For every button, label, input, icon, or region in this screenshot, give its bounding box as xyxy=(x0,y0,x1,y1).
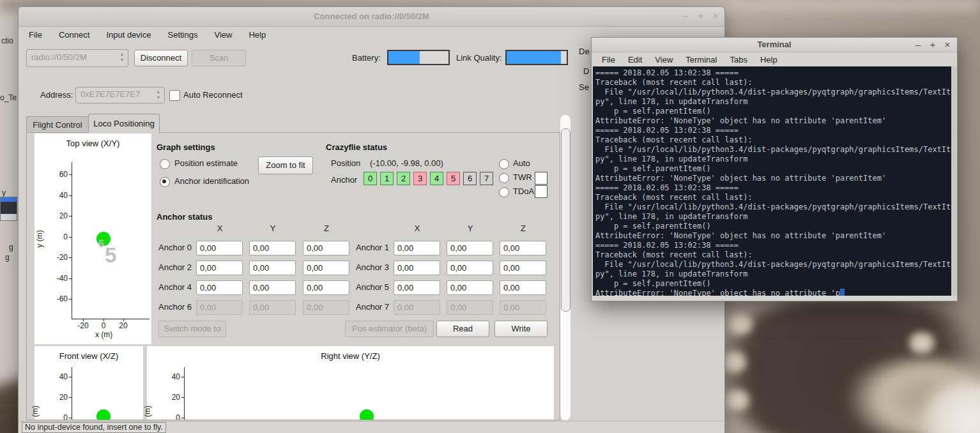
anchor-1-y-field[interactable] xyxy=(447,241,493,255)
terminal-line: AttributeError: 'NoneType' object has no… xyxy=(595,231,951,241)
menu-view[interactable]: View xyxy=(214,30,232,40)
menu-edit[interactable]: Edit xyxy=(628,55,642,65)
scrollbar-thumb[interactable] xyxy=(561,128,570,312)
address-spinbox[interactable]: 0xE7E7E7E7E7 ▲▼ xyxy=(75,87,165,103)
switch-mode-button[interactable]: Switch mode to xyxy=(158,321,226,337)
menu-bar: File Connect Input device Settings View … xyxy=(29,30,266,40)
tick-mark xyxy=(181,418,185,418)
anchor-id-box-1: 1 xyxy=(380,172,394,185)
anchor-2-y-field[interactable] xyxy=(249,261,296,275)
top-view-plot: Top view (X/Y) y (m) x (m) 6 5 6040200-2… xyxy=(34,133,151,344)
minimize-button[interactable]: – xyxy=(680,10,691,22)
glitched-anchor-text: 5 xyxy=(105,243,116,268)
anchor-row-label: Anchor 4 xyxy=(158,282,192,292)
window-title: Connected on radio://0/50/2M xyxy=(19,11,724,21)
terminal-scrollbar[interactable] xyxy=(951,66,956,296)
clipped-panel-text: D xyxy=(583,66,589,76)
pos-estimator-button[interactable]: Pos estimator (beta) xyxy=(345,321,434,337)
disconnect-button[interactable]: Disconnect xyxy=(134,50,188,66)
anchor-1-z-field[interactable] xyxy=(500,241,546,255)
mode-auto-radio[interactable] xyxy=(499,159,509,169)
tick-mark xyxy=(83,319,84,321)
status-bar: No input-device found, insert one to fly… xyxy=(19,421,723,433)
anchor-4-y-field[interactable] xyxy=(249,280,296,295)
anchor-identification-label: Anchor identification xyxy=(174,176,249,186)
right-view-plot: Right view (Y/Z) (m) 40200 xyxy=(147,346,554,420)
y-tick-label: 20 xyxy=(42,211,68,220)
maximize-button[interactable]: + xyxy=(695,10,707,22)
title-bar[interactable]: Connected on radio://0/50/2M – + × xyxy=(19,7,724,27)
terminal-output[interactable]: ===== 2018.02.05 13:02:38 =====Traceback… xyxy=(593,66,951,296)
anchor-5-y-field[interactable] xyxy=(447,280,493,295)
close-button[interactable]: × xyxy=(942,39,953,50)
window-title: Terminal xyxy=(592,40,957,49)
vertical-scrollbar[interactable] xyxy=(560,115,570,420)
title-bar[interactable]: Terminal – + × xyxy=(592,38,957,52)
spinner-arrows-icon[interactable]: ▲▼ xyxy=(155,89,162,100)
terminal-line: AttributeError: 'NoneType' object has no… xyxy=(595,174,951,183)
anchor-5-z-field[interactable] xyxy=(500,280,546,295)
anchor-6-z-field xyxy=(303,300,349,315)
x-tick-label: -20 xyxy=(73,321,93,330)
anchor-1-x-field[interactable] xyxy=(394,241,440,255)
menu-file[interactable]: File xyxy=(29,30,42,40)
tick-mark xyxy=(181,377,185,377)
link-quality-progressbar xyxy=(505,50,568,65)
connection-uri-combobox[interactable]: radio://0/50/2M ▲▼ xyxy=(26,49,128,67)
maximize-button[interactable]: + xyxy=(927,39,938,50)
tick-mark xyxy=(123,319,124,321)
menu-help[interactable]: Help xyxy=(760,55,777,65)
menu-input-device[interactable]: Input device xyxy=(106,30,151,40)
terminal-line: p = self.parentItem() xyxy=(595,279,951,289)
background-blob xyxy=(725,313,754,335)
anchor-4-z-field[interactable] xyxy=(303,280,349,295)
anchor-3-z-field[interactable] xyxy=(500,261,546,275)
tab-loco-positioning[interactable]: Loco Positioning xyxy=(88,114,160,133)
anchor-4-x-field[interactable] xyxy=(196,280,243,295)
read-button[interactable]: Read xyxy=(436,321,489,337)
anchor-2-z-field[interactable] xyxy=(303,261,349,275)
write-button[interactable]: Write xyxy=(494,321,547,337)
menu-connect[interactable]: Connect xyxy=(59,30,89,40)
anchor-0-z-field[interactable] xyxy=(303,241,349,255)
anchor-7-y-field xyxy=(447,300,493,315)
zoom-to-fit-button[interactable]: Zoom to fit xyxy=(258,156,313,174)
desktop-thumbnail-icon[interactable] xyxy=(0,197,17,221)
anchor-identification-radio[interactable] xyxy=(160,177,170,187)
terminal-window: Terminal – + × File Edit View Terminal T… xyxy=(591,37,958,301)
minimize-button[interactable]: – xyxy=(912,39,924,50)
background-blob xyxy=(722,390,751,411)
terminal-cursor xyxy=(840,289,845,296)
anchor-3-y-field[interactable] xyxy=(447,261,493,275)
position-estimate-label: Position estimate xyxy=(174,158,238,168)
anchor-id-box-5: 5 xyxy=(447,172,460,185)
mode-twr-radio[interactable] xyxy=(499,173,509,183)
menu-help[interactable]: Help xyxy=(249,30,266,40)
close-button[interactable]: × xyxy=(710,10,721,22)
menu-view[interactable]: View xyxy=(655,55,673,65)
anchor-0-x-field[interactable] xyxy=(196,241,243,255)
auto-reconnect-checkbox[interactable] xyxy=(169,90,180,101)
menu-file[interactable]: File xyxy=(602,55,615,65)
tab-flight-control[interactable]: Flight Control xyxy=(26,116,89,133)
address-value: 0xE7E7E7E7E7 xyxy=(80,89,140,99)
position-estimate-radio[interactable] xyxy=(160,159,170,169)
menu-terminal[interactable]: Terminal xyxy=(685,55,717,65)
mode-twr-label: TWR xyxy=(513,172,532,182)
terminal-line: py", line 178, in updateTransform xyxy=(595,155,951,164)
scan-button[interactable]: Scan xyxy=(192,50,246,66)
menu-settings[interactable]: Settings xyxy=(167,30,197,40)
mode-tdoa-radio[interactable] xyxy=(499,187,509,197)
column-header-y: Y xyxy=(457,224,483,233)
anchor-3-x-field[interactable] xyxy=(394,261,440,275)
terminal-line: AttributeError: 'NoneType' object has no… xyxy=(595,116,951,126)
tick-mark xyxy=(103,319,104,321)
x-tick-label: 20 xyxy=(114,321,133,330)
menu-tabs[interactable]: Tabs xyxy=(730,55,747,65)
terminal-line: AttributeError: 'NoneType' object has no… xyxy=(595,289,951,296)
anchor-2-x-field[interactable] xyxy=(196,261,243,275)
plot-title: Top view (X/Y) xyxy=(34,139,151,148)
anchor-0-y-field[interactable] xyxy=(249,241,296,255)
anchor-5-x-field[interactable] xyxy=(394,280,440,295)
spinner-arrows-icon[interactable]: ▲▼ xyxy=(118,51,126,63)
